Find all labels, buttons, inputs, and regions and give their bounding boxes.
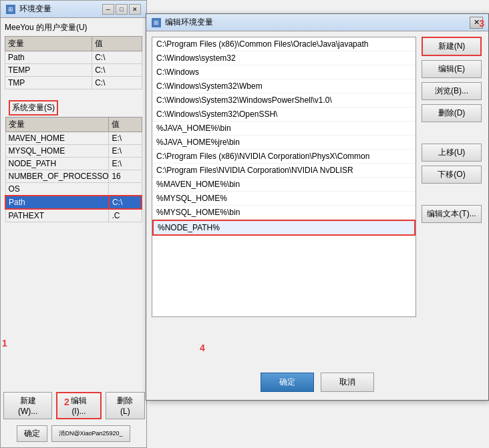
dialog-confirm-button[interactable]: 确定 [261, 373, 314, 392]
sys-var-row[interactable]: NODE_PATHE:\ [5, 158, 142, 170]
user-vars-section: MeeYou 的用户变量(U) 变量 值 PathC:\TEMPC:\TMPC:… [1, 18, 146, 93]
sys-section-wrapper: 系统变量(S) 变量 值 MAVEN_HOMEE:\MYSQL_HOMEE:\N… [5, 96, 142, 222]
sys-var-name: Path [5, 196, 109, 209]
path-item[interactable]: C:\Program Files (x86)\Common Files\Orac… [152, 37, 416, 51]
var-name: Path [5, 51, 92, 64]
dialog-close-button[interactable]: ✕ [470, 17, 483, 29]
sys-var-name: MAVEN_HOME [5, 132, 109, 145]
sys-var-name: OS [5, 183, 109, 196]
path-item[interactable]: C:\Program Files (x86)\NVIDIA Corporatio… [152, 150, 416, 164]
sys-var-row[interactable]: PATHEXT.C [5, 209, 142, 222]
path-list[interactable]: C:\Program Files (x86)\Common Files\Orac… [152, 37, 416, 317]
col-val-header: 值 [92, 37, 142, 51]
var-value: C:\ [92, 64, 142, 77]
annotation-4: 4 [200, 343, 205, 353]
user-section-label: MeeYou 的用户变量(U) [5, 22, 142, 33]
sys-var-value: E:\ [109, 145, 142, 158]
bg-window-icon: ⊞ [6, 5, 15, 14]
sys-var-value: 16 [109, 170, 142, 183]
sys-var-name: NODE_PATH [5, 158, 109, 170]
right-buttons-area: 3 新建(N) 编辑(E) 浏览(B)... 删除(D) 上移(U) 下移(O)… [422, 31, 488, 400]
path-item[interactable]: %MYSQL_HOME% [152, 192, 416, 206]
sys-var-row[interactable]: MYSQL_HOMEE:\ [5, 145, 142, 158]
edit-path-button[interactable]: 编辑(E) [422, 60, 482, 78]
sys-var-value [109, 183, 142, 196]
path-list-area: C:\Program Files (x86)\Common Files\Orac… [146, 31, 422, 400]
sys-var-row[interactable]: MAVEN_HOMEE:\ [5, 132, 142, 145]
var-name: TEMP [5, 64, 92, 77]
edit-button[interactable]: 编辑(I)... [56, 392, 102, 419]
path-item[interactable]: %MYSQL_HOME%\bin [152, 206, 416, 220]
sys-vars-table: 变量 值 MAVEN_HOMEE:\MYSQL_HOMEE:\NODE_PATH… [5, 117, 142, 222]
var-value: C:\ [92, 51, 142, 64]
annotation-1: 1 [2, 338, 7, 349]
user-var-row[interactable]: PathC:\ [5, 51, 142, 64]
bottom-buttons-area: 新建(W)... 编辑(I)... 删除(L) [1, 389, 148, 422]
new-w-button[interactable]: 新建(W)... [3, 392, 52, 419]
dialog-title-bar: ⊞ 编辑环境变量 ✕ [146, 14, 488, 31]
env-vars-window: ⊞ 环境变量 ─ □ ✕ MeeYou 的用户变量(U) 变量 值 PathC:… [0, 0, 147, 448]
path-item[interactable]: C:\Windows\System32\Wbem [152, 79, 416, 93]
var-name: TMP [5, 77, 92, 89]
dialog-bottom-buttons: 确定 取消 [146, 373, 488, 392]
user-var-row[interactable]: TMPC:\ [5, 77, 142, 89]
user-vars-table: 变量 值 PathC:\TEMPC:\TMPC:\ [5, 36, 142, 89]
path-item[interactable]: %JAVA_HOME%\bin [152, 122, 416, 136]
path-item[interactable]: C:\Windows [152, 65, 416, 79]
path-item[interactable]: C:\Windows\System32\OpenSSH\ [152, 107, 416, 122]
var-value: C:\ [92, 77, 142, 89]
sys-var-value: E:\ [109, 132, 142, 145]
dialog-icon: ⊞ [152, 18, 161, 27]
edit-env-dialog: ⊞ 编辑环境变量 ✕ C:\Program Files (x86)\Common… [146, 13, 489, 401]
minimize-button[interactable]: ─ [102, 4, 114, 15]
col-var-header: 变量 [5, 37, 92, 51]
bg-window-title: 环境变量 [19, 3, 51, 15]
sys-var-name: NUMBER_OF_PROCESSORS [5, 170, 109, 183]
sys-var-row[interactable]: NUMBER_OF_PROCESSORS16 [5, 170, 142, 183]
sys-col-var-header: 变量 [5, 118, 109, 132]
path-item[interactable]: %MAVEN_HOME%\bin [152, 178, 416, 192]
confirm-button[interactable]: 确定 [17, 425, 47, 442]
sys-var-name: MYSQL_HOME [5, 145, 109, 158]
dialog-title: 编辑环境变量 [165, 17, 213, 28]
close-button[interactable]: ✕ [129, 4, 141, 15]
move-down-button[interactable]: 下移(O) [422, 166, 482, 184]
delete-button[interactable]: 删除(L) [106, 392, 145, 419]
delete-path-button[interactable]: 删除(D) [422, 104, 482, 122]
sys-var-name: PATHEXT [5, 209, 109, 222]
maximize-button[interactable]: □ [116, 4, 128, 15]
sys-var-value: .C [109, 209, 142, 222]
new-button[interactable]: 新建(N) [422, 37, 482, 56]
sys-var-row[interactable]: PathC:\ [5, 196, 142, 209]
sys-col-val-header: 值 [109, 118, 142, 132]
sys-var-row[interactable]: OS [5, 183, 142, 196]
path-item[interactable]: %NODE_PATH% [152, 220, 416, 236]
move-up-button[interactable]: 上移(U) [422, 144, 482, 162]
bg-title-bar: ⊞ 环境变量 ─ □ ✕ [1, 1, 146, 18]
sys-var-value: C:\ [109, 196, 142, 209]
edit-text-button[interactable]: 编辑文本(T)... [422, 205, 482, 223]
path-item[interactable]: %JAVA_HOME%jre\bin [152, 136, 416, 150]
dialog-body: C:\Program Files (x86)\Common Files\Orac… [146, 31, 488, 400]
path-item[interactable]: C:\Windows\System32\WindowsPowerShell\v1… [152, 93, 416, 107]
browse-button[interactable]: 浏览(B)... [422, 82, 482, 100]
sys-section-label: 系统变量(S) [9, 100, 58, 116]
path-item[interactable]: C:\Program Files\NVIDIA Corporation\NVID… [152, 164, 416, 178]
dialog-cancel-button[interactable]: 取消 [321, 373, 374, 392]
cancel-button[interactable]: 消DN@XiaoPan25920_ [51, 425, 130, 442]
final-buttons: 确定 消DN@XiaoPan25920_ [1, 425, 146, 442]
user-var-row[interactable]: TEMPC:\ [5, 64, 142, 77]
sys-var-value: E:\ [109, 158, 142, 170]
path-item[interactable]: C:\Windows\system32 [152, 51, 416, 65]
